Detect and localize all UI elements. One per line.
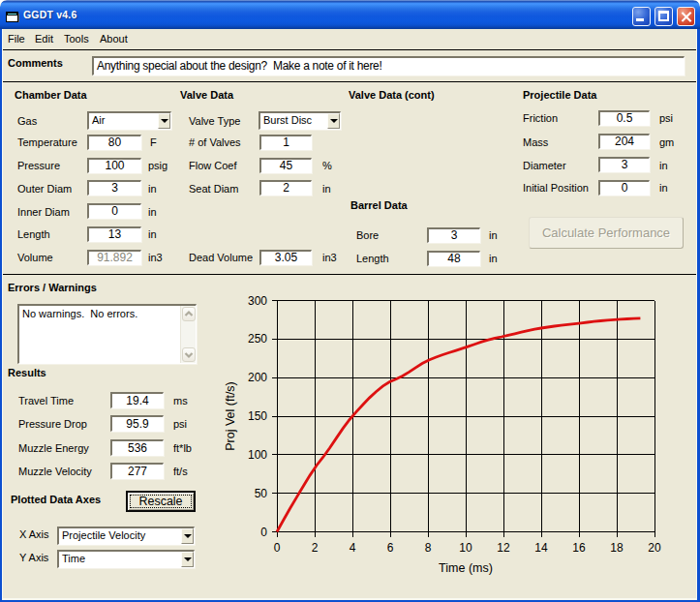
svg-text:Time (ms): Time (ms) [439,561,493,575]
svg-text:0: 0 [260,526,267,539]
svg-text:12: 12 [497,541,510,555]
svg-text:16: 16 [572,541,586,555]
svg-text:50: 50 [255,487,268,500]
svg-text:0: 0 [274,541,281,555]
svg-text:2: 2 [312,541,319,555]
svg-text:300: 300 [248,294,267,308]
svg-text:150: 150 [248,409,267,423]
svg-text:14: 14 [534,541,548,555]
svg-text:6: 6 [387,541,394,555]
svg-text:18: 18 [610,541,624,555]
svg-text:4: 4 [350,541,356,555]
svg-text:10: 10 [459,541,472,555]
svg-text:8: 8 [425,541,432,555]
svg-text:100: 100 [248,448,267,462]
svg-text:Proj Vel (ft/s): Proj Vel (ft/s) [224,381,237,451]
svg-text:20: 20 [648,541,661,555]
svg-text:200: 200 [248,371,267,384]
svg-text:250: 250 [248,332,267,346]
